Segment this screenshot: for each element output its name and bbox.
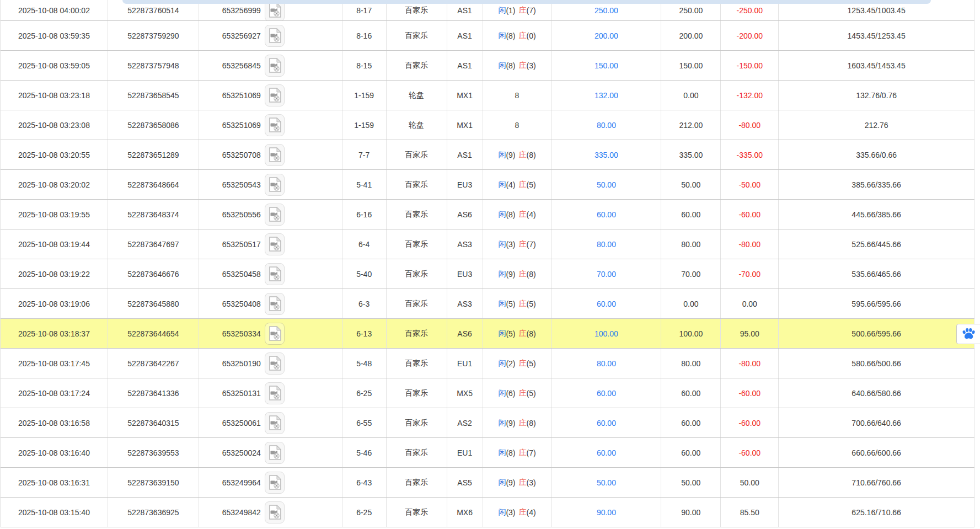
cell-game-type: 百家乐 — [387, 408, 447, 437]
player-label: 闲 — [498, 6, 506, 15]
table-row[interactable]: 2025-10-08 03:23:18522873658545653251069… — [1, 81, 974, 110]
round-id-value: 653250334 — [222, 329, 261, 338]
player-label: 闲 — [498, 359, 506, 368]
cell-server-code: EU3 — [447, 259, 483, 288]
video-replay-button[interactable] — [265, 204, 285, 226]
round-id-value: 653250061 — [222, 419, 261, 428]
video-replay-button[interactable] — [265, 412, 285, 434]
cell-game-type: 百家乐 — [387, 51, 447, 80]
round-id-value: 653250556 — [222, 210, 261, 219]
table-row[interactable]: 2025-10-08 03:23:08522873658086653251069… — [1, 110, 974, 140]
cell-balance: 525.66/445.66 — [779, 229, 974, 259]
cell-table-number: 6-43 — [342, 468, 387, 497]
cell-bet-amount: 80.00 — [551, 349, 661, 378]
video-replay-button[interactable] — [265, 382, 285, 404]
cell-balance: 700.66/640.66 — [779, 408, 974, 437]
table-row[interactable]: 2025-10-08 03:19:44522873647697653250517… — [1, 229, 974, 259]
horizontal-scrollbar-thumb[interactable] — [122, 0, 931, 4]
cell-server-code: AS6 — [447, 200, 483, 229]
table-row[interactable]: 2025-10-08 03:59:35522873759290653256927… — [1, 21, 974, 51]
video-replay-button[interactable] — [265, 472, 285, 494]
banker-score: (7) — [527, 240, 536, 249]
table-row[interactable]: 2025-10-08 03:16:40522873639553653250024… — [1, 438, 974, 468]
cell-bet-amount: 60.00 — [551, 289, 661, 318]
video-replay-icon — [268, 505, 281, 520]
banker-label: 庄 — [519, 180, 527, 190]
cell-bet-id: 522873639150 — [108, 468, 199, 497]
table-row[interactable]: 2025-10-08 03:20:55522873651289653250708… — [1, 140, 974, 170]
cell-win-loss: -60.00 — [721, 408, 779, 437]
cell-game-result: 闲(9)庄(8) — [483, 408, 552, 437]
cell-valid-amount: 0.00 — [661, 81, 721, 110]
video-replay-button[interactable] — [265, 293, 285, 315]
cell-server-code: AS3 — [447, 289, 483, 318]
table-row[interactable]: 2025-10-08 03:59:05522873757948653256845… — [1, 51, 974, 81]
video-replay-button[interactable] — [265, 114, 285, 136]
video-replay-button[interactable] — [265, 263, 285, 285]
video-replay-button[interactable] — [265, 55, 285, 77]
table-row[interactable]: 2025-10-08 03:19:06522873645880653250408… — [1, 289, 974, 319]
cell-win-loss: -80.00 — [721, 110, 779, 140]
cell-bet-time: 2025-10-08 03:15:40 — [1, 498, 108, 527]
cell-round-id: 653250543 — [199, 170, 342, 199]
cell-win-loss: 50.00 — [721, 468, 779, 497]
video-replay-button[interactable] — [265, 233, 285, 255]
cell-server-code: EU1 — [447, 349, 483, 378]
cell-table-number: 5-41 — [342, 170, 387, 199]
result-value: 8 — [515, 121, 520, 130]
video-replay-icon — [268, 386, 281, 400]
cell-valid-amount: 70.00 — [661, 259, 721, 288]
cell-valid-amount: 0.00 — [661, 289, 721, 318]
table-row-selected[interactable]: 2025-10-08 03:18:37522873644654653250334… — [1, 319, 974, 349]
video-replay-button[interactable] — [265, 144, 285, 166]
player-label: 闲 — [498, 507, 506, 517]
table-row[interactable]: 2025-10-08 03:17:45522873642267653250190… — [1, 349, 974, 378]
cell-table-number: 1-159 — [342, 81, 387, 110]
cell-win-loss: -60.00 — [721, 200, 779, 229]
cell-win-loss: -60.00 — [721, 378, 779, 408]
table-row[interactable]: 2025-10-08 03:16:31522873639150653249964… — [1, 468, 974, 498]
table-row[interactable]: 2025-10-08 03:19:22522873646676653250458… — [1, 259, 974, 289]
table-row[interactable]: 2025-10-08 03:17:24522873641336653250131… — [1, 378, 974, 408]
cell-round-id: 653251069 — [199, 110, 342, 140]
banker-label: 庄 — [519, 61, 527, 71]
video-replay-button[interactable] — [265, 501, 285, 523]
table-row[interactable]: 2025-10-08 03:20:02522873648664653250543… — [1, 170, 974, 200]
cell-bet-amount: 60.00 — [551, 200, 661, 229]
banker-score: (8) — [527, 329, 536, 338]
video-replay-button[interactable] — [265, 442, 285, 464]
cell-bet-amount: 60.00 — [551, 378, 661, 408]
table-row[interactable]: 2025-10-08 03:15:40522873636925653249842… — [1, 498, 974, 527]
video-replay-icon — [268, 415, 281, 430]
table-row[interactable]: 2025-10-08 03:19:55522873648374653250556… — [1, 200, 974, 229]
paw-icon — [962, 328, 976, 340]
cell-balance: 335.66/0.66 — [779, 140, 974, 169]
video-replay-button[interactable] — [265, 84, 285, 106]
cell-valid-amount: 150.00 — [661, 51, 721, 80]
cell-round-id: 653250408 — [199, 289, 342, 318]
cell-bet-amount: 60.00 — [551, 408, 661, 437]
cell-round-id: 653250556 — [199, 200, 342, 229]
cell-bet-id: 522873645880 — [108, 289, 199, 318]
player-score: (9) — [506, 151, 515, 159]
cell-balance: 132.76/0.76 — [779, 81, 974, 110]
cell-round-id: 653250334 — [199, 319, 342, 348]
cell-server-code: AS3 — [447, 229, 483, 259]
player-label: 闲 — [498, 299, 506, 309]
row-action-button[interactable]: 中 — [956, 324, 980, 344]
cell-server-code: AS5 — [447, 468, 483, 497]
table-row[interactable]: 2025-10-08 03:16:58522873640315653250061… — [1, 408, 974, 438]
cell-table-number: 1-159 — [342, 110, 387, 140]
cell-bet-id: 522873759290 — [108, 21, 199, 50]
cell-game-result: 闲(8)庄(7) — [483, 438, 552, 467]
video-replay-button[interactable] — [265, 352, 285, 375]
player-score: (3) — [506, 240, 515, 249]
video-replay-icon — [268, 326, 281, 341]
cell-table-number: 5-48 — [342, 349, 387, 378]
banker-score: (5) — [527, 359, 536, 368]
video-replay-button[interactable] — [265, 323, 285, 345]
video-replay-button[interactable] — [265, 25, 285, 47]
cell-bet-amount: 80.00 — [551, 110, 661, 140]
video-replay-button[interactable] — [265, 174, 285, 196]
player-score: (9) — [506, 478, 515, 487]
